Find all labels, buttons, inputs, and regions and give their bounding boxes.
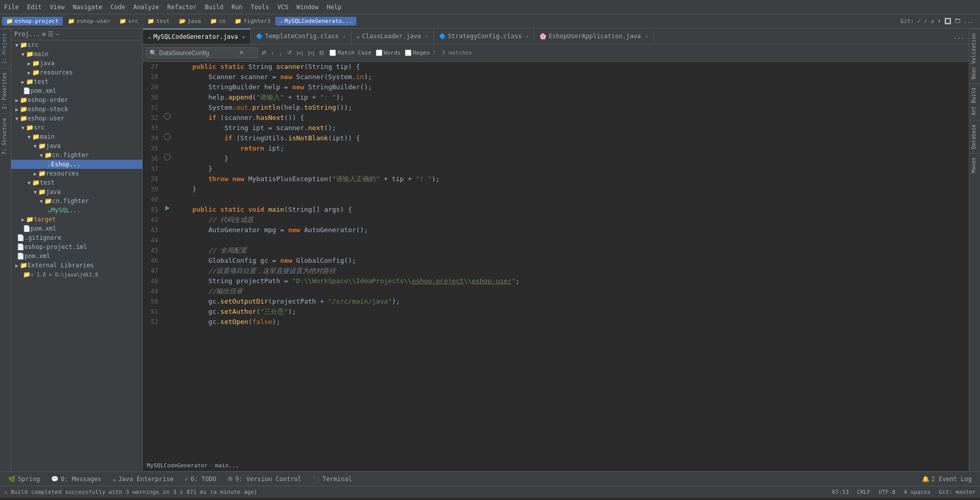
panel-ant-build[interactable]: Ant Build <box>969 83 980 119</box>
tree-src[interactable]: ▼ 📁 src <box>11 40 142 49</box>
tab-terminal[interactable]: ⬛ Terminal <box>307 474 357 484</box>
tab-version-control[interactable]: ⑨ 9: Version Control <box>222 474 306 484</box>
code-content[interactable]: 27 public static String scanner(String t… <box>143 62 969 460</box>
tree-test[interactable]: ▶ 📁 test <box>11 77 142 86</box>
tab-event-log[interactable]: 🔔 2 Event Log <box>917 474 977 484</box>
menu-run[interactable]: Run <box>231 4 243 11</box>
code-text-30[interactable]: help.append("请输入" + tip + ": "); <box>172 92 969 103</box>
tree-pom2[interactable]: 📄 pom.xml <box>11 224 142 233</box>
tab-structure[interactable]: 7: Structure <box>0 113 11 159</box>
code-text-34[interactable]: if (StringUtils.isNotBlank(ipt)) { <box>172 133 969 143</box>
tree-mysql-java[interactable]: ☕ MySQL... <box>11 206 142 215</box>
panel-maven[interactable]: Maven <box>969 153 980 177</box>
words-option[interactable]: Words <box>376 49 401 56</box>
tree-user-src[interactable]: ▼ 📁 src <box>11 123 142 132</box>
menu-build[interactable]: Build <box>205 4 223 11</box>
tree-test-cn-fighter[interactable]: ▼ 📁 cn.fighter <box>11 196 142 206</box>
menu-view[interactable]: View <box>50 4 65 11</box>
status-indent[interactable]: 4 spaces <box>904 489 931 495</box>
proj-tab-java[interactable]: 📂 java <box>175 17 205 26</box>
code-text-49[interactable]: //输出目录 <box>172 286 969 296</box>
code-text-35[interactable]: return ipt; <box>172 143 969 154</box>
search-filter[interactable]: ⊟ <box>318 49 325 57</box>
tab-spring[interactable]: 🌿 Spring <box>3 474 45 484</box>
proj-tab-fighter3[interactable]: 📁 fighter3 <box>230 17 274 26</box>
tree-test-java[interactable]: ▼ 📁 java <box>11 187 142 196</box>
tree-target[interactable]: ▶ 📁 target <box>11 215 142 224</box>
proj-tab-test[interactable]: 📁 test <box>143 17 174 26</box>
sidebar-close-icon[interactable]: — <box>56 31 59 38</box>
match-case-checkbox[interactable] <box>329 49 336 56</box>
search-up-btn[interactable]: ↑ <box>270 49 276 57</box>
code-text-29[interactable]: StringBuilder help = new StringBuilder()… <box>172 82 969 92</box>
code-text-42[interactable]: // 代码生成器 <box>172 215 969 225</box>
search-clear-btn[interactable]: ✕ <box>238 49 245 57</box>
code-text-51[interactable]: gc.setAuthor("三分恶"); <box>172 307 969 317</box>
tree-user-main[interactable]: ▼ 📁 main <box>11 132 142 141</box>
tab-classloader[interactable]: ☕ ClassLoader.java ✕ <box>351 29 433 44</box>
tab-close-icon[interactable]: ✕ <box>242 34 245 40</box>
code-text-33[interactable]: String ipt = scanner.next(); <box>172 123 969 133</box>
tab-close-icon[interactable]: ✕ <box>526 34 529 39</box>
regex-checkbox[interactable] <box>405 49 411 56</box>
tree-main[interactable]: ▼ 📁 main <box>11 49 142 59</box>
code-text-28[interactable]: Scanner scanner = new Scanner(System.in)… <box>172 72 969 82</box>
code-text-31[interactable]: System.out.println(help.toString()); <box>172 103 969 113</box>
code-text-37[interactable]: } <box>172 164 969 174</box>
status-position[interactable]: 87:33 <box>832 489 848 495</box>
tree-eshop-user[interactable]: ▼ 📁 eshop-user <box>11 114 142 123</box>
tab-favorites[interactable]: 2: Favorites <box>0 68 11 113</box>
menu-file[interactable]: File <box>4 4 19 11</box>
tree-user-resources[interactable]: ▶ 📁 resources <box>11 169 142 178</box>
status-git-branch[interactable]: Git: master <box>939 489 976 495</box>
search-add-cursor[interactable]: |+| <box>295 49 304 57</box>
tree-resources[interactable]: ▶ 📁 resources <box>11 68 142 77</box>
menu-edit[interactable]: Edit <box>27 4 42 11</box>
tab-mysql-codegen[interactable]: ☕ MySQLCodeGenerator.java ✕ <box>143 29 251 44</box>
code-text-41[interactable]: public static void main(String[] args) { <box>172 205 969 215</box>
code-text-45[interactable]: // 全局配置 <box>172 245 969 256</box>
tree-eshop-order[interactable]: ▶ 📁 eshop-order <box>11 95 142 105</box>
code-text-52[interactable]: gc.setOpen(false); <box>172 317 969 327</box>
code-text-36[interactable]: } <box>172 154 969 164</box>
proj-tab-eshop-user[interactable]: 📁 eshop-user <box>64 17 114 26</box>
code-text-27[interactable]: public static String scanner(String tip)… <box>172 62 969 72</box>
tree-eshop-stock[interactable]: ▶ 📁 eshop-stock <box>11 105 142 114</box>
tree-pom3[interactable]: 📄 pom.xml <box>11 252 142 261</box>
tab-strategy-config[interactable]: 🔷 StrategyConfig.class ✕ <box>434 29 535 44</box>
tab-close-icon[interactable]: ✕ <box>645 34 648 39</box>
tree-jdk[interactable]: 📁 < 1.8 > D:\java\jdk1.8 <box>11 270 142 279</box>
tree-eshop-java[interactable]: ☕ Eshop... <box>11 160 142 169</box>
code-text-50[interactable]: gc.setOutputDir(projectPath + "/src/main… <box>172 296 969 307</box>
tab-template-config[interactable]: 🔷 TemplateConfig.class ✕ <box>251 29 352 44</box>
sidebar-options-icon[interactable]: ☰ <box>48 31 54 38</box>
proj-tab-src[interactable]: 📁 src <box>115 17 142 26</box>
tree-pom1[interactable]: 📄 pom.xml <box>11 86 142 95</box>
tab-close-icon[interactable]: ✕ <box>343 34 346 39</box>
proj-tab-eshop-project[interactable]: 📁 eshop-project <box>2 17 63 26</box>
words-checkbox[interactable] <box>376 49 382 56</box>
search-down-btn[interactable]: ↓ <box>278 49 284 57</box>
menu-refactor[interactable]: Refactor <box>167 4 197 11</box>
code-text-39[interactable]: } <box>172 184 969 194</box>
tab-overflow[interactable]: ... <box>949 33 969 40</box>
panel-bean-validation[interactable]: Bean Validation <box>969 29 980 83</box>
breadcrumb-file[interactable]: main... <box>215 462 239 469</box>
match-case-option[interactable]: Match Case <box>329 49 371 56</box>
tab-close-icon[interactable]: ✕ <box>425 34 428 39</box>
sidebar-settings-icon[interactable]: ⚙ <box>42 31 46 38</box>
tree-user-test[interactable]: ▼ 📁 test <box>11 178 142 187</box>
breadcrumb-project[interactable]: MySQLCodeGenerator <box>147 462 208 469</box>
menu-analyze[interactable]: Analyze <box>133 4 159 11</box>
menu-navigate[interactable]: Navigate <box>73 4 102 11</box>
menu-vcs[interactable]: VCS <box>277 4 289 11</box>
gutter-41[interactable] <box>162 205 172 212</box>
tree-java[interactable]: ▶ 📁 java <box>11 59 142 68</box>
proj-tab-mysqcodegen[interactable]: ☕ MySQLCodeGenerato... <box>275 17 356 26</box>
status-line-ending[interactable]: CRLF <box>857 489 871 495</box>
menu-window[interactable]: Window <box>296 4 318 11</box>
panel-database[interactable]: Database <box>969 120 980 153</box>
tree-user-java[interactable]: ▼ 📁 java <box>11 141 142 151</box>
proj-tab-cn[interactable]: 📁 cn <box>206 17 229 26</box>
search-nav-swap[interactable]: ⇄ <box>260 49 268 57</box>
